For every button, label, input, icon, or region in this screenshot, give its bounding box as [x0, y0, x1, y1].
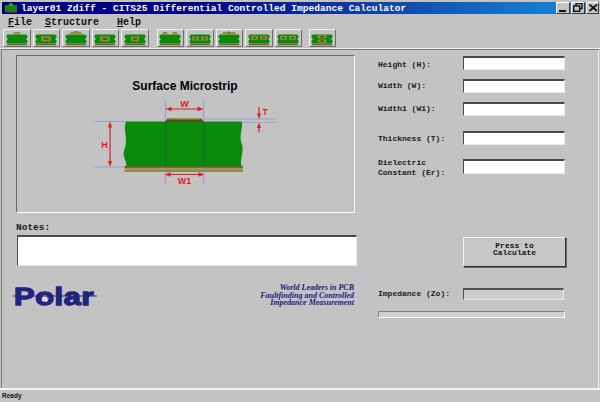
svg-text:H: H — [101, 140, 108, 150]
svg-text:W1: W1 — [178, 176, 192, 186]
svg-text:T: T — [263, 107, 269, 117]
svg-text:W: W — [180, 99, 189, 109]
